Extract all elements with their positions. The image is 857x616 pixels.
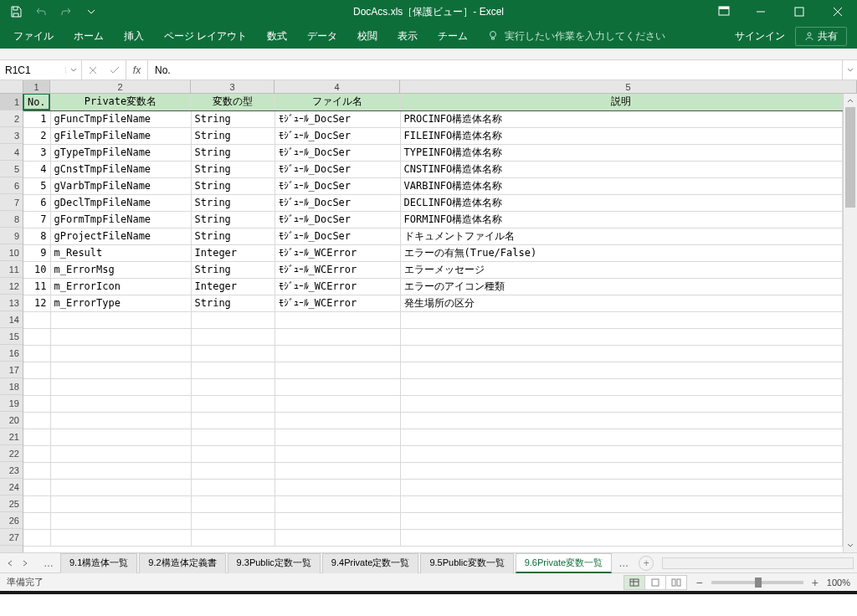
sheet-tab[interactable]: 9.1構造体一覧: [60, 553, 137, 573]
ribbon-tab-2[interactable]: 挿入: [114, 24, 154, 49]
cell[interactable]: [50, 412, 191, 429]
cell[interactable]: [275, 529, 400, 546]
enter-icon[interactable]: [104, 66, 126, 74]
cell[interactable]: [50, 479, 191, 495]
cell[interactable]: VARBINFO構造体名称: [400, 177, 843, 194]
cell[interactable]: 6: [23, 194, 50, 211]
qat-customize-icon[interactable]: [80, 1, 102, 23]
cell[interactable]: [400, 495, 843, 512]
cell[interactable]: 5: [23, 177, 50, 194]
cell[interactable]: [191, 345, 275, 362]
cell[interactable]: [191, 311, 275, 328]
cell[interactable]: [50, 462, 191, 479]
close-button[interactable]: [819, 0, 857, 23]
row-header[interactable]: 17: [0, 362, 23, 378]
row-header[interactable]: 1: [0, 94, 23, 110]
cell[interactable]: [400, 395, 843, 412]
cell[interactable]: [275, 462, 400, 479]
cell[interactable]: [400, 479, 843, 495]
cell[interactable]: [191, 412, 275, 429]
formula-input[interactable]: [148, 60, 842, 80]
table-header-cell[interactable]: 説明: [400, 94, 843, 110]
table-header-cell[interactable]: Private変数名: [50, 94, 191, 110]
row-header[interactable]: 27: [0, 529, 23, 546]
cell[interactable]: [23, 395, 50, 412]
scroll-down-icon[interactable]: [844, 539, 857, 552]
cell[interactable]: m_ErrorMsg: [50, 261, 191, 278]
cell[interactable]: [400, 328, 843, 345]
horizontal-scrollbar[interactable]: [662, 557, 854, 569]
cell[interactable]: [275, 328, 400, 345]
cell[interactable]: Integer: [191, 278, 275, 295]
sheet-tab[interactable]: 9.4Private定数一覧: [322, 553, 419, 573]
cell[interactable]: 1: [23, 110, 50, 127]
name-box-dropdown-icon[interactable]: [65, 67, 80, 74]
expand-formula-bar-icon[interactable]: [842, 60, 857, 80]
cell[interactable]: [50, 529, 191, 546]
undo-icon[interactable]: [30, 1, 52, 23]
cell[interactable]: gCnstTmpFileName: [50, 161, 191, 177]
page-break-view-icon[interactable]: [665, 575, 687, 590]
sheet-tab[interactable]: 9.5Public変数一覧: [420, 553, 513, 573]
zoom-in-icon[interactable]: +: [812, 576, 819, 589]
cell[interactable]: ﾓｼﾞｭｰﾙ_DocSer: [275, 161, 400, 177]
cell[interactable]: gFileTmpFileName: [50, 127, 191, 144]
share-button[interactable]: 共有: [795, 27, 847, 46]
cell[interactable]: ﾓｼﾞｭｰﾙ_DocSer: [275, 211, 400, 228]
row-header[interactable]: 11: [0, 261, 23, 278]
cell[interactable]: ﾓｼﾞｭｰﾙ_DocSer: [275, 194, 400, 211]
cell[interactable]: ﾓｼﾞｭｰﾙ_DocSer: [275, 144, 400, 161]
column-header[interactable]: 4: [275, 80, 400, 93]
cell[interactable]: [191, 395, 275, 412]
row-header[interactable]: 15: [0, 328, 23, 345]
cell[interactable]: 12: [23, 295, 50, 311]
cell[interactable]: [191, 378, 275, 395]
cell[interactable]: [191, 529, 275, 546]
cell[interactable]: [400, 462, 843, 479]
cell[interactable]: エラーメッセージ: [400, 261, 843, 278]
cell[interactable]: 9: [23, 244, 50, 261]
row-header[interactable]: 3: [0, 127, 23, 144]
row-header[interactable]: 8: [0, 211, 23, 228]
minimize-button[interactable]: [742, 0, 780, 23]
cell[interactable]: FILEINFO構造体名称: [400, 127, 843, 144]
page-layout-view-icon[interactable]: [644, 575, 666, 590]
cell[interactable]: [23, 345, 50, 362]
row-header[interactable]: 4: [0, 144, 23, 161]
cell[interactable]: 3: [23, 144, 50, 161]
cell[interactable]: 10: [23, 261, 50, 278]
cell[interactable]: 2: [23, 127, 50, 144]
cell[interactable]: [50, 429, 191, 445]
sheet-tab[interactable]: 9.6Private変数一覧: [516, 553, 613, 573]
cell[interactable]: [23, 362, 50, 378]
cell[interactable]: ﾓｼﾞｭｰﾙ_WCError: [275, 278, 400, 295]
cell[interactable]: [191, 495, 275, 512]
cell[interactable]: ﾓｼﾞｭｰﾙ_DocSer: [275, 228, 400, 244]
cell[interactable]: [191, 328, 275, 345]
zoom-slider[interactable]: [711, 581, 803, 584]
cell[interactable]: 11: [23, 278, 50, 295]
cell[interactable]: [400, 378, 843, 395]
scroll-thumb[interactable]: [845, 107, 855, 208]
row-header[interactable]: 24: [0, 479, 23, 495]
cell[interactable]: [400, 429, 843, 445]
cell[interactable]: [191, 429, 275, 445]
cancel-icon[interactable]: [82, 66, 104, 74]
column-header[interactable]: 2: [50, 80, 191, 93]
column-header[interactable]: 3: [191, 80, 275, 93]
cell[interactable]: エラーのアイコン種類: [400, 278, 843, 295]
cell[interactable]: [191, 512, 275, 529]
name-box-input[interactable]: [0, 64, 65, 76]
tell-me-search[interactable]: 実行したい作業を入力してください: [488, 29, 665, 44]
cell[interactable]: [23, 412, 50, 429]
cell[interactable]: String: [191, 161, 275, 177]
cell[interactable]: String: [191, 110, 275, 127]
row-header[interactable]: 13: [0, 295, 23, 311]
cell[interactable]: [275, 512, 400, 529]
cell[interactable]: 7: [23, 211, 50, 228]
cell[interactable]: m_Result: [50, 244, 191, 261]
cell[interactable]: [50, 378, 191, 395]
row-header[interactable]: 25: [0, 495, 23, 512]
cell[interactable]: ﾓｼﾞｭｰﾙ_DocSer: [275, 177, 400, 194]
row-header[interactable]: 23: [0, 462, 23, 479]
